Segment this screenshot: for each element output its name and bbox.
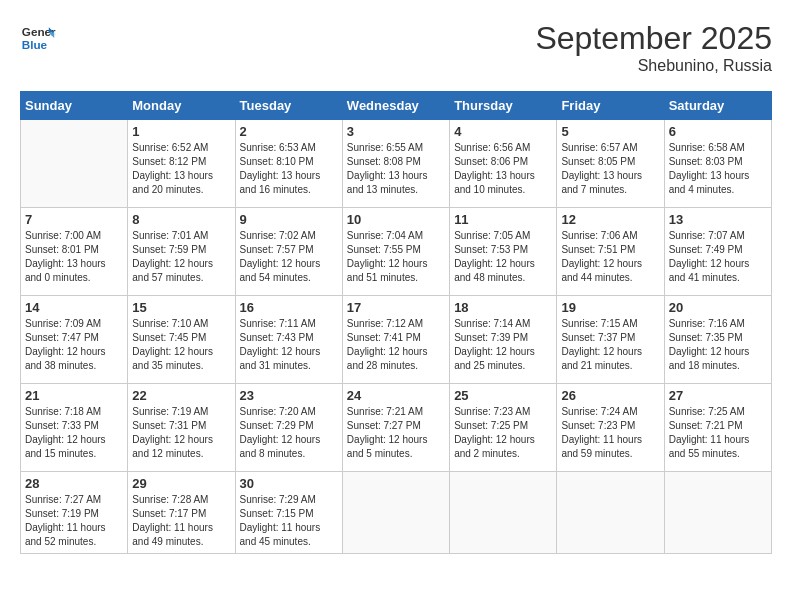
day-number: 7 bbox=[25, 212, 123, 227]
calendar-cell: 9Sunrise: 7:02 AMSunset: 7:57 PMDaylight… bbox=[235, 208, 342, 296]
calendar-table: SundayMondayTuesdayWednesdayThursdayFrid… bbox=[20, 91, 772, 554]
day-number: 17 bbox=[347, 300, 445, 315]
cell-details: Sunrise: 6:53 AMSunset: 8:10 PMDaylight:… bbox=[240, 141, 338, 197]
calendar-cell: 3Sunrise: 6:55 AMSunset: 8:08 PMDaylight… bbox=[342, 120, 449, 208]
day-number: 23 bbox=[240, 388, 338, 403]
month-title: September 2025 bbox=[535, 20, 772, 57]
cell-details: Sunrise: 6:58 AMSunset: 8:03 PMDaylight:… bbox=[669, 141, 767, 197]
calendar-week-row: 21Sunrise: 7:18 AMSunset: 7:33 PMDayligh… bbox=[21, 384, 772, 472]
calendar-cell: 21Sunrise: 7:18 AMSunset: 7:33 PMDayligh… bbox=[21, 384, 128, 472]
cell-details: Sunrise: 7:27 AMSunset: 7:19 PMDaylight:… bbox=[25, 493, 123, 549]
calendar-cell: 26Sunrise: 7:24 AMSunset: 7:23 PMDayligh… bbox=[557, 384, 664, 472]
calendar-cell: 24Sunrise: 7:21 AMSunset: 7:27 PMDayligh… bbox=[342, 384, 449, 472]
calendar-cell: 7Sunrise: 7:00 AMSunset: 8:01 PMDaylight… bbox=[21, 208, 128, 296]
cell-details: Sunrise: 7:28 AMSunset: 7:17 PMDaylight:… bbox=[132, 493, 230, 549]
calendar-cell: 8Sunrise: 7:01 AMSunset: 7:59 PMDaylight… bbox=[128, 208, 235, 296]
cell-details: Sunrise: 7:18 AMSunset: 7:33 PMDaylight:… bbox=[25, 405, 123, 461]
calendar-week-row: 1Sunrise: 6:52 AMSunset: 8:12 PMDaylight… bbox=[21, 120, 772, 208]
calendar-cell: 20Sunrise: 7:16 AMSunset: 7:35 PMDayligh… bbox=[664, 296, 771, 384]
location-subtitle: Shebunino, Russia bbox=[535, 57, 772, 75]
cell-details: Sunrise: 6:52 AMSunset: 8:12 PMDaylight:… bbox=[132, 141, 230, 197]
cell-details: Sunrise: 7:07 AMSunset: 7:49 PMDaylight:… bbox=[669, 229, 767, 285]
calendar-cell: 11Sunrise: 7:05 AMSunset: 7:53 PMDayligh… bbox=[450, 208, 557, 296]
calendar-cell: 17Sunrise: 7:12 AMSunset: 7:41 PMDayligh… bbox=[342, 296, 449, 384]
cell-details: Sunrise: 7:10 AMSunset: 7:45 PMDaylight:… bbox=[132, 317, 230, 373]
calendar-cell: 30Sunrise: 7:29 AMSunset: 7:15 PMDayligh… bbox=[235, 472, 342, 554]
day-number: 10 bbox=[347, 212, 445, 227]
day-header-saturday: Saturday bbox=[664, 92, 771, 120]
calendar-cell bbox=[450, 472, 557, 554]
calendar-week-row: 28Sunrise: 7:27 AMSunset: 7:19 PMDayligh… bbox=[21, 472, 772, 554]
cell-details: Sunrise: 6:56 AMSunset: 8:06 PMDaylight:… bbox=[454, 141, 552, 197]
calendar-cell: 2Sunrise: 6:53 AMSunset: 8:10 PMDaylight… bbox=[235, 120, 342, 208]
day-number: 22 bbox=[132, 388, 230, 403]
cell-details: Sunrise: 7:20 AMSunset: 7:29 PMDaylight:… bbox=[240, 405, 338, 461]
day-number: 9 bbox=[240, 212, 338, 227]
cell-details: Sunrise: 7:09 AMSunset: 7:47 PMDaylight:… bbox=[25, 317, 123, 373]
day-number: 20 bbox=[669, 300, 767, 315]
logo: General Blue bbox=[20, 20, 56, 56]
cell-details: Sunrise: 6:57 AMSunset: 8:05 PMDaylight:… bbox=[561, 141, 659, 197]
calendar-cell: 16Sunrise: 7:11 AMSunset: 7:43 PMDayligh… bbox=[235, 296, 342, 384]
day-number: 13 bbox=[669, 212, 767, 227]
day-number: 5 bbox=[561, 124, 659, 139]
day-number: 30 bbox=[240, 476, 338, 491]
cell-details: Sunrise: 7:23 AMSunset: 7:25 PMDaylight:… bbox=[454, 405, 552, 461]
cell-details: Sunrise: 7:15 AMSunset: 7:37 PMDaylight:… bbox=[561, 317, 659, 373]
cell-details: Sunrise: 6:55 AMSunset: 8:08 PMDaylight:… bbox=[347, 141, 445, 197]
svg-text:Blue: Blue bbox=[22, 38, 48, 51]
day-number: 14 bbox=[25, 300, 123, 315]
calendar-cell: 25Sunrise: 7:23 AMSunset: 7:25 PMDayligh… bbox=[450, 384, 557, 472]
calendar-cell: 28Sunrise: 7:27 AMSunset: 7:19 PMDayligh… bbox=[21, 472, 128, 554]
calendar-cell: 14Sunrise: 7:09 AMSunset: 7:47 PMDayligh… bbox=[21, 296, 128, 384]
calendar-cell bbox=[664, 472, 771, 554]
day-header-friday: Friday bbox=[557, 92, 664, 120]
calendar-week-row: 7Sunrise: 7:00 AMSunset: 8:01 PMDaylight… bbox=[21, 208, 772, 296]
day-header-tuesday: Tuesday bbox=[235, 92, 342, 120]
cell-details: Sunrise: 7:14 AMSunset: 7:39 PMDaylight:… bbox=[454, 317, 552, 373]
day-number: 18 bbox=[454, 300, 552, 315]
day-number: 21 bbox=[25, 388, 123, 403]
calendar-cell: 13Sunrise: 7:07 AMSunset: 7:49 PMDayligh… bbox=[664, 208, 771, 296]
cell-details: Sunrise: 7:21 AMSunset: 7:27 PMDaylight:… bbox=[347, 405, 445, 461]
day-number: 8 bbox=[132, 212, 230, 227]
cell-details: Sunrise: 7:00 AMSunset: 8:01 PMDaylight:… bbox=[25, 229, 123, 285]
cell-details: Sunrise: 7:02 AMSunset: 7:57 PMDaylight:… bbox=[240, 229, 338, 285]
day-number: 3 bbox=[347, 124, 445, 139]
cell-details: Sunrise: 7:24 AMSunset: 7:23 PMDaylight:… bbox=[561, 405, 659, 461]
cell-details: Sunrise: 7:11 AMSunset: 7:43 PMDaylight:… bbox=[240, 317, 338, 373]
day-number: 27 bbox=[669, 388, 767, 403]
day-number: 29 bbox=[132, 476, 230, 491]
logo-icon: General Blue bbox=[20, 20, 56, 56]
day-number: 1 bbox=[132, 124, 230, 139]
calendar-cell: 5Sunrise: 6:57 AMSunset: 8:05 PMDaylight… bbox=[557, 120, 664, 208]
day-number: 26 bbox=[561, 388, 659, 403]
day-number: 19 bbox=[561, 300, 659, 315]
cell-details: Sunrise: 7:12 AMSunset: 7:41 PMDaylight:… bbox=[347, 317, 445, 373]
calendar-cell: 1Sunrise: 6:52 AMSunset: 8:12 PMDaylight… bbox=[128, 120, 235, 208]
calendar-cell: 15Sunrise: 7:10 AMSunset: 7:45 PMDayligh… bbox=[128, 296, 235, 384]
calendar-cell: 19Sunrise: 7:15 AMSunset: 7:37 PMDayligh… bbox=[557, 296, 664, 384]
cell-details: Sunrise: 7:05 AMSunset: 7:53 PMDaylight:… bbox=[454, 229, 552, 285]
day-number: 6 bbox=[669, 124, 767, 139]
day-number: 11 bbox=[454, 212, 552, 227]
calendar-cell: 6Sunrise: 6:58 AMSunset: 8:03 PMDaylight… bbox=[664, 120, 771, 208]
cell-details: Sunrise: 7:19 AMSunset: 7:31 PMDaylight:… bbox=[132, 405, 230, 461]
day-number: 12 bbox=[561, 212, 659, 227]
calendar-cell: 12Sunrise: 7:06 AMSunset: 7:51 PMDayligh… bbox=[557, 208, 664, 296]
day-number: 16 bbox=[240, 300, 338, 315]
day-number: 28 bbox=[25, 476, 123, 491]
calendar-cell: 10Sunrise: 7:04 AMSunset: 7:55 PMDayligh… bbox=[342, 208, 449, 296]
page-header: General Blue September 2025 Shebunino, R… bbox=[20, 20, 772, 75]
calendar-cell: 27Sunrise: 7:25 AMSunset: 7:21 PMDayligh… bbox=[664, 384, 771, 472]
day-number: 25 bbox=[454, 388, 552, 403]
calendar-cell: 29Sunrise: 7:28 AMSunset: 7:17 PMDayligh… bbox=[128, 472, 235, 554]
day-header-sunday: Sunday bbox=[21, 92, 128, 120]
day-header-thursday: Thursday bbox=[450, 92, 557, 120]
calendar-header-row: SundayMondayTuesdayWednesdayThursdayFrid… bbox=[21, 92, 772, 120]
cell-details: Sunrise: 7:29 AMSunset: 7:15 PMDaylight:… bbox=[240, 493, 338, 549]
day-header-monday: Monday bbox=[128, 92, 235, 120]
calendar-cell: 18Sunrise: 7:14 AMSunset: 7:39 PMDayligh… bbox=[450, 296, 557, 384]
day-number: 15 bbox=[132, 300, 230, 315]
day-header-wednesday: Wednesday bbox=[342, 92, 449, 120]
